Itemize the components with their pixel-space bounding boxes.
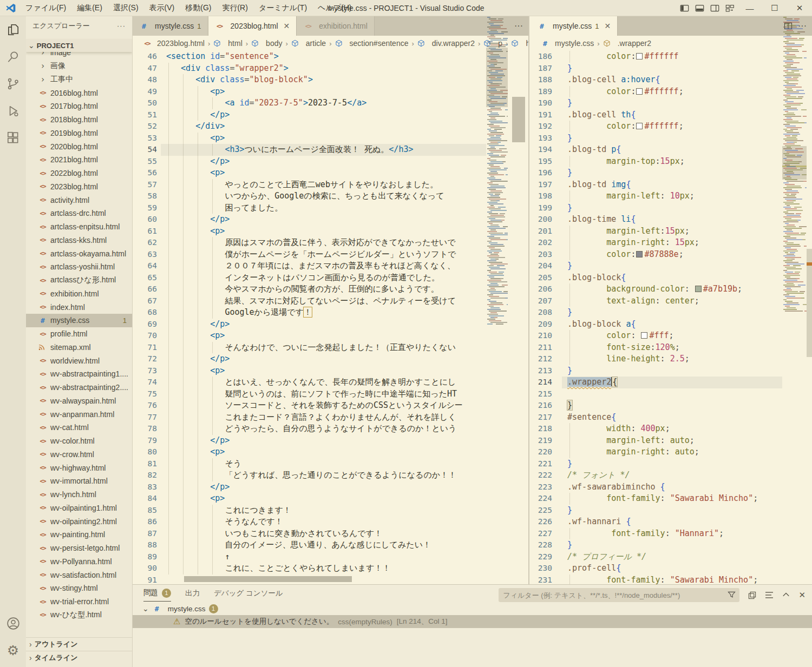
code-line-213[interactable]: 213} <box>531 365 812 377</box>
search-icon[interactable] <box>0 43 26 70</box>
code-line-61[interactable]: 61 <p> <box>133 226 528 237</box>
code-line-60[interactable]: 60 </p> <box>133 214 528 226</box>
source-control-icon[interactable] <box>0 70 26 97</box>
extensions-icon[interactable] <box>0 124 26 151</box>
breadcrumb-.wrapper2[interactable]: .wrapper2 <box>603 39 651 48</box>
code-line-190[interactable]: 190} <box>531 97 812 109</box>
minimap-group1[interactable] <box>486 16 508 326</box>
menu-選択(S)[interactable]: 選択(S) <box>108 2 143 15</box>
close-tab-icon[interactable]: ✕ <box>284 22 290 30</box>
code-line-67[interactable]: 67 結果、スマホに対応してないページは、ペナルティーを受けて <box>133 295 528 307</box>
code-line-51[interactable]: 51 </p> <box>133 109 528 121</box>
panel-tab-デバッグ コンソール[interactable]: デバッグ コンソール <box>214 589 283 602</box>
code-line-210[interactable]: 210 color: #fff; <box>531 330 812 342</box>
code-line-219[interactable]: 219 margin-left: auto; <box>531 435 812 447</box>
explorer-item-index.html[interactable]: <>index.html <box>26 300 132 314</box>
explorer-item-artclassひな形.html[interactable]: <>artclassひな形.html <box>26 274 132 287</box>
code-line-203[interactable]: 203 color:#87888e; <box>531 249 812 261</box>
explorer-item-2021blog.html[interactable]: <>2021blog.html <box>26 153 132 167</box>
explorer-item-wv-cat.html[interactable]: <>wv-cat.html <box>26 421 132 434</box>
code-line-194[interactable]: 194.blog-td p{ <box>531 144 812 156</box>
code-line-49[interactable]: 49 <p> <box>133 86 528 98</box>
code-line-58[interactable]: 58 いつからか、Googleの検索に、ちっとも出て来なくなって <box>133 190 528 202</box>
maximize-panel-icon[interactable] <box>782 591 790 599</box>
code-line-205[interactable]: 205.blog-block{ <box>531 272 812 284</box>
code-line-228[interactable]: 228} <box>531 539 812 551</box>
code-editor-2023blog[interactable]: 46<section id="sentence">47 <div class="… <box>133 51 528 584</box>
code-line-87[interactable]: 87 いつもこれに突き動かされているんです！ <box>133 528 528 540</box>
code-line-81[interactable]: 81 そう <box>133 458 528 470</box>
explorer-item-画像[interactable]: ›画像 <box>26 60 132 73</box>
explorer-item-wv-abstractpainting2....[interactable]: <>wv-abstractpainting2.... <box>26 381 132 394</box>
menu-移動(G)[interactable]: 移動(G) <box>180 2 216 15</box>
code-line-188[interactable]: 188.blog-cell a:hover{ <box>531 74 812 86</box>
explorer-item-wv-highway.html[interactable]: <>wv-highway.html <box>26 461 132 474</box>
code-line-65[interactable]: 65 インターネットはパソコン画面から見るのが普通でした。 <box>133 272 528 284</box>
code-line-209[interactable]: 209.blog-block a{ <box>531 319 812 331</box>
explorer-item-wv-painting.html[interactable]: <>wv-painting.html <box>26 528 132 541</box>
code-line-71[interactable]: 71 そんなわけで、ついに一念発起しました！（正直やりたくない <box>133 342 528 354</box>
code-line-191[interactable]: 191.blog-cell th{ <box>531 109 812 121</box>
breadcrumb-body[interactable]: body <box>251 39 282 48</box>
code-line-55[interactable]: 55 </p> <box>133 156 528 168</box>
explorer-item-wv-immortal.html[interactable]: <>wv-immortal.html <box>26 474 132 488</box>
code-line-198[interactable]: 198 margin-left: 10px; <box>531 190 812 202</box>
code-line-223[interactable]: 223.wf-sawarabimincho { <box>531 481 812 493</box>
view-as-table-icon[interactable] <box>748 591 756 599</box>
breadcrumb-h3[interactable]: h3 <box>511 39 528 48</box>
code-line-202[interactable]: 202 margin-right: 15px; <box>531 237 812 249</box>
breadcrumb-article[interactable]: article <box>291 39 326 48</box>
filter-funnel-icon[interactable] <box>728 591 736 599</box>
code-line-80[interactable]: 80 <p> <box>133 446 528 458</box>
code-line-53[interactable]: 53 <p> <box>133 133 528 144</box>
code-line-89[interactable]: 89 ↑ <box>133 551 528 563</box>
explorer-item-2017blog.html[interactable]: <>2017blog.html <box>26 100 132 113</box>
code-line-52[interactable]: 52 </div> <box>133 121 528 133</box>
code-line-187[interactable]: 187} <box>531 63 812 75</box>
code-line-189[interactable]: 189 color:#ffffff; <box>531 86 812 98</box>
outline-section[interactable]: ›アウトライン <box>26 637 132 651</box>
code-line-68[interactable]: 68 Googleから退場です！ <box>133 307 528 319</box>
explorer-item-wv-anpanman.html[interactable]: <>wv-anpanman.html <box>26 407 132 421</box>
code-line-201[interactable]: 201 margin-left:15px; <box>531 226 812 237</box>
code-line-90[interactable]: 90 これに、ことごとくやられてしまいます！！ <box>133 563 528 574</box>
explorer-item-wv-ひな型.html[interactable]: <>wv-ひな型.html <box>26 609 132 622</box>
code-line-77[interactable]: 77 これまたコード？言語？よくわかりませんんが、それを詳しく <box>133 412 528 424</box>
close-window-button[interactable]: ✕ <box>787 0 812 16</box>
code-line-50[interactable]: 50 <a id="2023-7-5">2023-7-5</a> <box>133 97 528 109</box>
explorer-item-2020blog.html[interactable]: <>2020blog.html <box>26 140 132 153</box>
toggle-panel-icon[interactable] <box>692 1 707 16</box>
code-line-207[interactable]: 207 text-align: center; <box>531 295 812 307</box>
explorer-icon[interactable] <box>0 16 26 43</box>
minimap-group2[interactable] <box>782 16 807 314</box>
breadcrumb-2023blog.html[interactable]: <>2023blog.html <box>142 39 205 48</box>
explorer-item-2016blog.html[interactable]: <>2016blog.html <box>26 86 132 100</box>
code-line-85[interactable]: 85 これにつきます！ <box>133 505 528 517</box>
code-line-74[interactable]: 74 とはいえ、せっかくなんで、長年の疑問を解き明かすことにし <box>133 377 528 388</box>
code-line-193[interactable]: 193} <box>531 133 812 144</box>
explorer-item-artclass-okayama.html[interactable]: <>artclass-okayama.html <box>26 247 132 260</box>
code-line-72[interactable]: 72 </p> <box>133 353 528 365</box>
account-icon[interactable] <box>0 610 26 637</box>
code-line-221[interactable]: 221} <box>531 458 812 470</box>
explorer-item-wv-abstractpainting1....[interactable]: <>wv-abstractpainting1.... <box>26 367 132 381</box>
toggle-secondary-sidebar-icon[interactable] <box>707 1 722 16</box>
code-line-227[interactable]: 227 font-family: "Hannari"; <box>531 528 812 540</box>
code-line-88[interactable]: 88 自分のイメージ、思い通り、あんな感じにしてみたい！ <box>133 539 528 551</box>
explorer-item-profile.html[interactable]: <>profile.html <box>26 327 132 341</box>
code-line-48[interactable]: 48 <div class="blog-block"> <box>133 74 528 86</box>
code-line-86[interactable]: 86 そうなんです！ <box>133 516 528 528</box>
more-actions-icon[interactable]: ··· <box>514 21 523 31</box>
code-line-196[interactable]: 196} <box>531 167 812 179</box>
code-line-195[interactable]: 195 margin-top:15px; <box>531 156 812 168</box>
code-line-63[interactable]: 63 僕がホームページを「ホームページビルダー」というソフトで <box>133 249 528 261</box>
tab-exhibition.html[interactable]: <>exhibition.html <box>297 16 375 36</box>
explorer-item-artclass-enpitsu.html[interactable]: <>artclass-enpitsu.html <box>26 220 132 234</box>
code-line-229[interactable]: 229/* プロフィール */ <box>531 551 812 563</box>
code-line-54[interactable]: 54 <h3>ついにホームページ全面改装！ 死ぬ。</h3> <box>133 144 528 156</box>
project-section-header[interactable]: ⌄PROJECT1 <box>26 39 132 52</box>
code-line-220[interactable]: 220 margin-right: auto; <box>531 446 812 458</box>
problems-file-row[interactable]: ⌄ # mystyle.css 1 <box>133 602 812 615</box>
close-panel-icon[interactable]: ✕ <box>798 590 806 600</box>
code-line-218[interactable]: 218 width: 400px; <box>531 423 812 435</box>
